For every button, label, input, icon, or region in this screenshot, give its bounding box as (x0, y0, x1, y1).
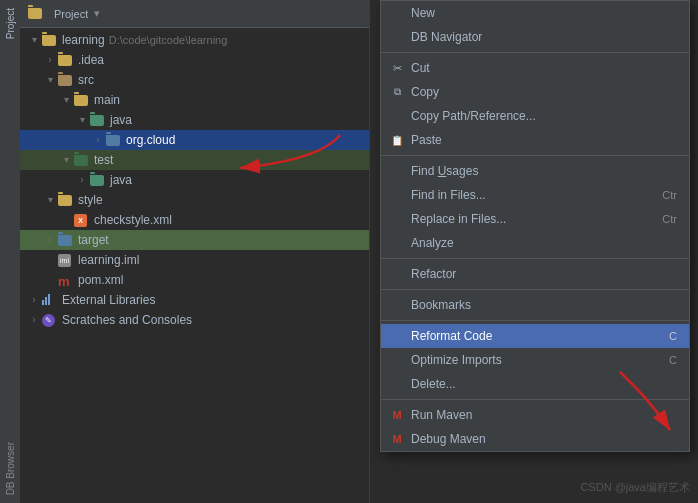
paste-icon: 📋 (389, 132, 405, 148)
tree-item-style[interactable]: ▾ style (20, 190, 369, 210)
tree-item-learning-iml[interactable]: › iml learning.iml (20, 250, 369, 270)
bookmarks-icon (389, 297, 405, 313)
ctx-label-paste: Paste (411, 133, 677, 147)
ctx-item-copy-path[interactable]: Copy Path/Reference... (381, 104, 689, 128)
ctx-item-reformat-code[interactable]: Reformat Code C (381, 324, 689, 348)
find-usages-icon (389, 163, 405, 179)
tree-item-scratches[interactable]: › ✎ Scratches and Consoles (20, 310, 369, 330)
ctx-item-find-in-files[interactable]: Find in Files... Ctr (381, 183, 689, 207)
arrow-idea: › (44, 54, 56, 66)
ctx-label-copy: Copy (411, 85, 677, 99)
label-scratches: Scratches and Consoles (62, 313, 192, 327)
tree-item-org-cloud[interactable]: › org.cloud (20, 130, 369, 150)
tree-item-target[interactable]: › target (20, 230, 369, 250)
arrow-test: ▾ (60, 154, 72, 166)
copy-path-icon (389, 108, 405, 124)
panel-dropdown-icon[interactable]: ▾ (94, 7, 100, 20)
ctx-label-run-maven: Run Maven (411, 408, 677, 422)
folder-icon-idea (58, 54, 74, 67)
ctx-item-delete[interactable]: Delete... (381, 372, 689, 396)
run-maven-icon: M (389, 407, 405, 423)
ctx-item-db-navigator[interactable]: DB Navigator (381, 25, 689, 49)
label-main: main (94, 93, 120, 107)
arrow-src: ▾ (44, 74, 56, 86)
folder-icon-org-cloud (106, 134, 122, 147)
ctx-sep-6 (381, 399, 689, 400)
replace-in-files-icon (389, 211, 405, 227)
watermark: CSDN @java编程艺术 (580, 480, 690, 495)
folder-icon-src (58, 74, 74, 87)
tree-item-main[interactable]: ▾ main (20, 90, 369, 110)
arrow-java: ▾ (76, 114, 88, 126)
ctx-label-optimize-imports: Optimize Imports (411, 353, 663, 367)
project-folder-icon (28, 7, 44, 20)
label-java: java (110, 113, 132, 127)
icon-scratches: ✎ (42, 314, 58, 327)
analyze-icon (389, 235, 405, 251)
ctx-item-analyze[interactable]: Analyze (381, 231, 689, 255)
label-learning-iml: learning.iml (78, 253, 139, 267)
tree-item-java[interactable]: ▾ java (20, 110, 369, 130)
folder-icon-main (74, 94, 90, 107)
tree-item-learning[interactable]: ▾ learning D:\code\gitcode\learning (20, 30, 369, 50)
ctx-sep-5 (381, 320, 689, 321)
ctx-item-cut[interactable]: ✂ Cut (381, 56, 689, 80)
context-menu: New DB Navigator ✂ Cut ⧉ Copy Copy Path/… (380, 0, 690, 452)
tree-item-idea[interactable]: › .idea (20, 50, 369, 70)
label-learning: learning (62, 33, 105, 47)
ctx-sep-3 (381, 258, 689, 259)
ctx-label-delete: Delete... (411, 377, 677, 391)
ctx-item-replace-in-files[interactable]: Replace in Files... Ctr (381, 207, 689, 231)
db-navigator-icon (389, 29, 405, 45)
ctx-label-replace-in-files: Replace in Files... (411, 212, 656, 226)
project-tree: ▾ learning D:\code\gitcode\learning › .i… (20, 28, 369, 503)
label-style: style (78, 193, 103, 207)
tree-item-src[interactable]: ▾ src (20, 70, 369, 90)
label-checkstyle: checkstyle.xml (94, 213, 172, 227)
project-panel: Project ▾ ▾ learning D:\code\gitcode\lea… (20, 0, 370, 503)
folder-icon-java-test (90, 174, 106, 187)
arrow-style: ▾ (44, 194, 56, 206)
shortcut-optimize-imports: C (669, 354, 677, 366)
ctx-item-find-usages[interactable]: Find Usages (381, 159, 689, 183)
folder-icon-test (74, 154, 90, 167)
ctx-label-find-in-files: Find in Files... (411, 188, 656, 202)
folder-icon-learning (42, 34, 58, 47)
panel-title: Project (54, 8, 88, 20)
tree-item-checkstyle[interactable]: › X checkstyle.xml (20, 210, 369, 230)
ctx-item-copy[interactable]: ⧉ Copy (381, 80, 689, 104)
folder-icon-style (58, 194, 74, 207)
label-test: test (94, 153, 113, 167)
arrow-org-cloud: › (92, 134, 104, 146)
label-target: target (78, 233, 109, 247)
tree-item-pom-xml[interactable]: › m pom.xml (20, 270, 369, 290)
label-ext-lib: External Libraries (62, 293, 155, 307)
side-tab-panel: Project DB Browser (0, 0, 20, 503)
folder-icon-target (58, 234, 74, 247)
find-in-files-icon (389, 187, 405, 203)
tree-item-java-test[interactable]: › java (20, 170, 369, 190)
ctx-item-new[interactable]: New (381, 1, 689, 25)
ctx-item-run-maven[interactable]: M Run Maven (381, 403, 689, 427)
tree-item-test[interactable]: ▾ test (20, 150, 369, 170)
ctx-item-bookmarks[interactable]: Bookmarks (381, 293, 689, 317)
side-tab-project[interactable]: Project (3, 0, 18, 47)
ctx-item-paste[interactable]: 📋 Paste (381, 128, 689, 152)
ctx-label-new: New (411, 6, 677, 20)
main-layout: Project ▾ ▾ learning D:\code\gitcode\lea… (20, 0, 698, 503)
ctx-label-db-navigator: DB Navigator (411, 30, 677, 44)
label-java-test: java (110, 173, 132, 187)
cut-icon: ✂ (389, 60, 405, 76)
label-org-cloud: org.cloud (126, 133, 175, 147)
label-idea: .idea (78, 53, 104, 67)
ctx-label-cut: Cut (411, 61, 677, 75)
tree-item-ext-lib[interactable]: › External Libraries (20, 290, 369, 310)
ctx-item-refactor[interactable]: Refactor (381, 262, 689, 286)
label-pom-xml: pom.xml (78, 273, 123, 287)
ctx-label-analyze: Analyze (411, 236, 677, 250)
ctx-item-debug-maven[interactable]: M Debug Maven (381, 427, 689, 451)
side-tab-db-browser[interactable]: DB Browser (3, 434, 18, 503)
ctx-item-optimize-imports[interactable]: Optimize Imports C (381, 348, 689, 372)
ctx-label-bookmarks: Bookmarks (411, 298, 677, 312)
folder-icon-java (90, 114, 106, 127)
